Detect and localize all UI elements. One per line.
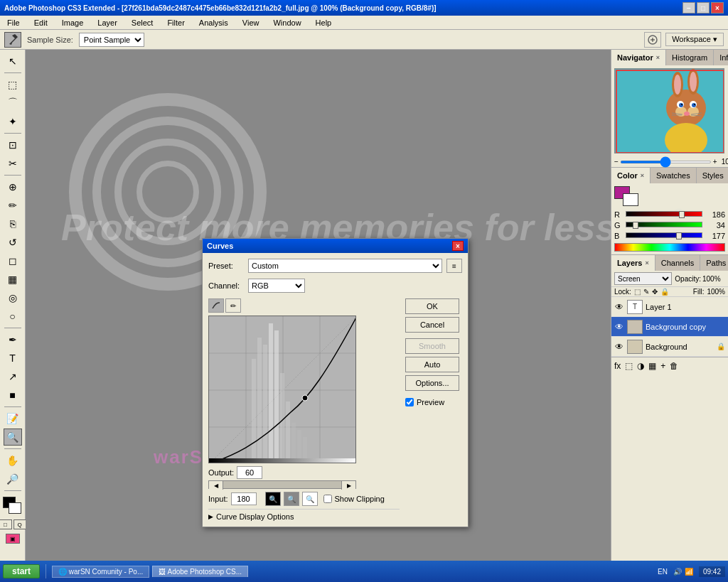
menu-layer[interactable]: Layer — [93, 17, 122, 28]
menu-image[interactable]: Image — [58, 17, 88, 28]
channel-select[interactable]: RGB — [248, 279, 305, 293]
menu-window[interactable]: Window — [269, 17, 305, 28]
tool-shape[interactable]: ■ — [4, 387, 22, 404]
tool-dodge[interactable]: ○ — [4, 308, 22, 325]
tool-type[interactable]: T — [4, 350, 22, 367]
background-swatch[interactable] — [623, 193, 638, 206]
tool-move[interactable]: ↖ — [4, 53, 22, 70]
tool-stamp[interactable]: ⎘ — [4, 215, 22, 232]
menu-help[interactable]: Help — [311, 17, 336, 28]
tab-layers[interactable]: Layers × — [611, 255, 655, 271]
close-button[interactable]: × — [711, 2, 724, 14]
lock-all-icon[interactable]: 🔒 — [660, 288, 669, 296]
tab-color[interactable]: Color × — [611, 168, 651, 183]
b-slider[interactable] — [626, 231, 702, 239]
curve-display-options[interactable]: ▶ Curve Display Options — [208, 509, 400, 521]
input-input[interactable]: 180 — [231, 492, 257, 505]
tool-zoom[interactable]: 🔎 — [4, 470, 22, 487]
layer-adjustment-btn[interactable]: ◑ — [637, 361, 644, 371]
gray-eyedropper[interactable]: 🔍 — [284, 492, 299, 506]
hscroll-left-arrow[interactable]: ◀ — [209, 481, 223, 490]
menu-select[interactable]: Select — [127, 17, 158, 28]
workspace-button[interactable]: Workspace ▾ — [665, 33, 724, 46]
white-eyedropper[interactable]: 🔍 — [302, 492, 318, 506]
curves-graph[interactable] — [208, 316, 356, 463]
tool-history[interactable]: ↺ — [4, 234, 22, 251]
layer-eye-bg-copy[interactable]: 👁 — [614, 322, 624, 332]
tab-navigator[interactable]: Navigator × — [611, 50, 666, 65]
zoom-slider[interactable] — [620, 161, 712, 163]
background-color[interactable] — [9, 502, 21, 514]
color-spectrum-bar[interactable] — [614, 243, 725, 252]
menu-file[interactable]: File — [3, 17, 24, 28]
menu-filter[interactable]: Filter — [163, 17, 188, 28]
output-input[interactable]: 60 — [237, 466, 262, 479]
layer-group-btn[interactable]: ▦ — [648, 361, 656, 371]
standard-mode[interactable]: □ — [0, 519, 12, 529]
layer-mask-btn[interactable]: ⬚ — [625, 361, 633, 371]
menu-edit[interactable]: Edit — [30, 17, 52, 28]
tab-styles[interactable]: Styles — [697, 168, 728, 183]
color-tab-close[interactable]: × — [641, 172, 644, 179]
curve-edit-tool[interactable] — [208, 298, 224, 313]
layer-item-layer1[interactable]: 👁 T Layer 1 — [611, 297, 728, 317]
curves-dialog-close-button[interactable]: × — [452, 241, 464, 251]
tool-blur[interactable]: ◎ — [4, 289, 22, 306]
color-selector[interactable] — [3, 497, 23, 515]
canvas-area[interactable]: Protect more memories for less! warSN.ne… — [26, 50, 728, 561]
tab-swatches[interactable]: Swatches — [651, 168, 697, 183]
tab-paths[interactable]: Paths — [700, 255, 728, 271]
taskbar-item-browser[interactable]: 🌐 warSN Comunity - Po... — [52, 566, 149, 578]
lock-image-icon[interactable]: ✎ — [643, 288, 649, 296]
sample-size-select[interactable]: Point Sample — [79, 33, 144, 47]
cancel-button[interactable]: Cancel — [405, 317, 459, 333]
tray-icon-1[interactable]: 🔊 — [673, 568, 682, 576]
tool-path[interactable]: ✒ — [4, 331, 22, 348]
tool-hand[interactable]: ✋ — [4, 452, 22, 469]
tool-lasso[interactable]: ⌒ — [4, 95, 22, 112]
hscroll-right-arrow[interactable]: ▶ — [341, 481, 355, 490]
navigator-tab-close[interactable]: × — [656, 54, 660, 61]
show-clipping-checkbox[interactable] — [323, 495, 332, 503]
menu-analysis[interactable]: Analysis — [195, 17, 232, 28]
black-eyedropper[interactable]: 🔍 — [265, 492, 281, 506]
quick-mask-mode[interactable]: Q — [14, 519, 26, 529]
layer-item-bg-copy[interactable]: 👁 Background copy — [611, 317, 728, 337]
r-slider[interactable] — [626, 210, 702, 218]
tool-crop[interactable]: ⊡ — [4, 136, 22, 153]
layer-style-btn[interactable]: fx — [614, 361, 621, 371]
preview-checkbox[interactable] — [405, 398, 414, 406]
auto-button[interactable]: Auto — [405, 357, 459, 372]
color-picker-icon[interactable] — [644, 32, 661, 48]
tool-gradient[interactable]: ▦ — [4, 271, 22, 288]
ok-button[interactable]: OK — [405, 298, 459, 314]
menu-view[interactable]: View — [238, 17, 264, 28]
taskbar-item-photoshop[interactable]: 🖼 Adobe Photoshop CS... — [152, 566, 248, 577]
options-button[interactable]: Options... — [405, 375, 459, 391]
lock-transparent-icon[interactable]: ⬚ — [634, 288, 641, 296]
preset-menu-button[interactable]: ≡ — [446, 259, 462, 273]
tool-path-select[interactable]: ↗ — [4, 368, 22, 385]
blend-mode-select[interactable]: Screen — [614, 272, 672, 285]
curve-pencil-tool[interactable]: ✏ — [225, 298, 241, 313]
tool-eraser[interactable]: ◻ — [4, 252, 22, 269]
lock-position-icon[interactable]: ✥ — [652, 288, 658, 296]
tool-marquee[interactable]: ⬚ — [4, 76, 22, 93]
layer-eye-background[interactable]: 👁 — [614, 342, 624, 352]
tool-heal[interactable]: ⊕ — [4, 178, 22, 195]
tab-info[interactable]: Info — [714, 50, 728, 65]
maximize-button[interactable]: □ — [697, 2, 710, 14]
minimize-button[interactable]: − — [682, 2, 695, 14]
zoom-out-btn[interactable]: − — [614, 158, 619, 166]
tool-notes[interactable]: 📝 — [4, 410, 22, 427]
eyedropper-tool[interactable] — [4, 32, 21, 48]
tray-icon-2[interactable]: 📶 — [685, 568, 693, 576]
tool-eyedropper[interactable]: 🔍 — [4, 429, 22, 446]
screen-mode-btn[interactable]: ▣ — [6, 534, 20, 544]
preset-select[interactable]: Custom — [248, 259, 442, 273]
curves-dialog[interactable]: Curves × Preset: Custom ≡ Channel: — [202, 238, 469, 527]
curves-hscroll[interactable]: ◀ ▶ — [208, 480, 356, 489]
layer-eye-layer1[interactable]: 👁 — [614, 302, 624, 312]
tab-histogram[interactable]: Histogram — [666, 50, 714, 65]
layer-item-background[interactable]: 👁 Background 🔒 — [611, 337, 728, 357]
